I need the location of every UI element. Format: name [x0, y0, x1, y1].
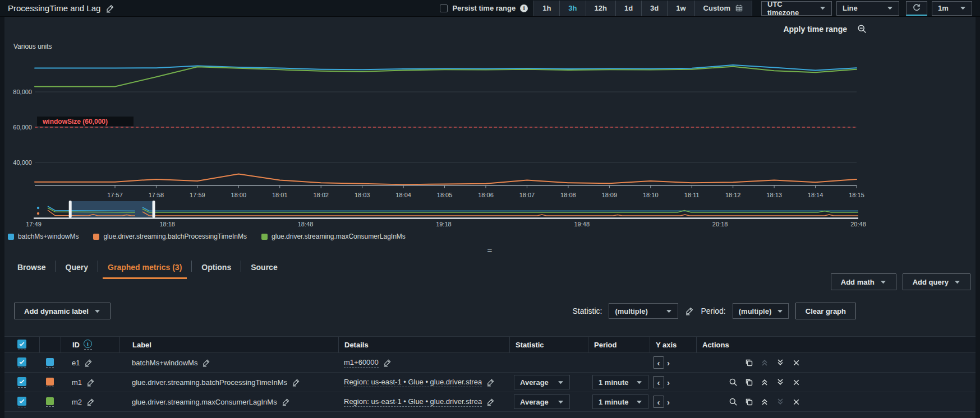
time-range-group: 1h3h12h1d3d1wCustom	[533, 1, 752, 16]
time-range-3h[interactable]: 3h	[560, 1, 586, 16]
search-action-icon[interactable]	[725, 397, 741, 406]
x-tick-label: 18:09	[602, 192, 618, 198]
legend-swatch	[8, 234, 14, 240]
chevron-down-icon	[887, 6, 893, 11]
add-dynamic-label-button[interactable]: Add dynamic label	[14, 303, 111, 319]
time-range-1w[interactable]: 1w	[668, 1, 694, 16]
info-icon[interactable]: i	[520, 4, 528, 12]
move-up-action-icon[interactable]	[757, 378, 772, 387]
duplicate-action-icon[interactable]	[741, 397, 757, 406]
refresh-interval-select[interactable]: 1m	[932, 1, 972, 16]
edit-details-icon[interactable]	[486, 378, 495, 387]
yaxis-cell: ‹›	[650, 396, 696, 408]
metric-color-swatch[interactable]	[46, 397, 54, 405]
yaxis-left-button[interactable]: ‹	[653, 396, 664, 408]
search-action-icon[interactable]	[725, 378, 741, 387]
tab-options[interactable]: Options	[192, 263, 241, 279]
legend-swatch	[261, 234, 268, 240]
apply-time-range[interactable]: Apply time range	[783, 24, 867, 34]
yaxis-left-button[interactable]: ‹	[653, 376, 664, 388]
yaxis-right-button[interactable]: ›	[667, 359, 670, 367]
row-checkbox[interactable]	[17, 357, 26, 366]
edit-title-icon[interactable]	[105, 4, 114, 13]
chart-type-select[interactable]: Line	[836, 1, 899, 16]
metric-details: m1+60000	[344, 358, 379, 368]
legend-item[interactable]: glue.driver.streaming.maxConsumerLagInMs	[261, 233, 406, 240]
row-checkbox[interactable]	[17, 397, 26, 406]
yaxis-right-button[interactable]: ›	[667, 398, 670, 406]
chevron-down-icon	[636, 380, 642, 385]
period-label: Period:	[701, 306, 725, 315]
duplicate-action-icon[interactable]	[741, 358, 757, 367]
legend-item[interactable]: glue.driver.streaming.batchProcessingTim…	[93, 233, 247, 240]
timezone-select[interactable]: UTC timezone	[761, 1, 832, 16]
timeline-tick-label: 18:18	[159, 221, 175, 227]
add-query-button[interactable]: Add query	[903, 273, 970, 290]
add-math-button[interactable]: Add math	[831, 273, 896, 290]
clear-graph-button[interactable]: Clear graph	[795, 303, 856, 319]
chevron-down-icon	[880, 280, 886, 285]
move-down-action-icon[interactable]	[772, 358, 788, 367]
statistic-select[interactable]: (multiple)	[609, 303, 678, 319]
legend-item[interactable]: batchMs+windowMs	[8, 233, 79, 240]
metric-color-swatch[interactable]	[46, 378, 54, 386]
move-up-action-icon[interactable]	[757, 397, 772, 406]
tab-browse[interactable]: Browse	[8, 263, 56, 279]
edit-label-icon[interactable]	[292, 378, 300, 387]
legend-label: glue.driver.streaming.maxConsumerLagInMs	[272, 233, 406, 240]
edit-label-icon[interactable]	[202, 359, 210, 367]
id-cell: m1	[61, 378, 119, 387]
edit-details-icon[interactable]	[383, 359, 392, 367]
time-range-label: 3d	[650, 4, 659, 12]
select-all-checkbox[interactable]	[17, 340, 26, 349]
remove-action-icon[interactable]	[788, 378, 804, 387]
period-dropdown[interactable]: 1 minute	[592, 394, 648, 409]
tab-graphed-metrics[interactable]: Graphed metrics (3)	[98, 263, 191, 279]
row-checkbox[interactable]	[17, 377, 26, 386]
main-chart[interactable]: 40,00060,00080,000windowSize (60,000)	[4, 17, 976, 192]
statistic-dropdown[interactable]: Average	[514, 375, 570, 389]
actions-cell	[696, 358, 976, 367]
period-cell: 1 minute	[588, 375, 650, 389]
tab-source[interactable]: Source	[241, 263, 287, 279]
time-range-1d[interactable]: 1d	[616, 1, 642, 16]
legend-label: batchMs+windowMs	[18, 233, 79, 240]
yaxis-right-button[interactable]: ›	[667, 378, 670, 387]
id-info-icon[interactable]: i	[84, 340, 92, 348]
metric-id: m1	[72, 378, 82, 387]
statistic-dropdown[interactable]: Average	[514, 394, 570, 409]
x-tick-label: 18:05	[437, 192, 453, 198]
yaxis-left-button[interactable]: ‹	[653, 356, 664, 369]
time-range-12h[interactable]: 12h	[586, 1, 616, 16]
x-tick-label: 18:06	[478, 192, 494, 198]
period-select[interactable]: (multiple)	[733, 303, 789, 319]
chevron-down-icon	[558, 400, 564, 405]
edit-label-icon[interactable]	[282, 398, 290, 406]
persist-checkbox[interactable]	[440, 4, 448, 12]
time-range-3d[interactable]: 3d	[642, 1, 668, 16]
brush-handle-left[interactable]	[69, 201, 72, 218]
edit-id-icon[interactable]	[86, 398, 95, 406]
row-select-cell	[4, 377, 39, 388]
metric-label: glue.driver.streaming.maxConsumerLagInMs	[132, 398, 277, 406]
duplicate-action-icon[interactable]	[741, 378, 757, 387]
move-down-action-icon[interactable]	[772, 378, 788, 387]
tab-query[interactable]: Query	[56, 263, 98, 279]
zoom-out-icon[interactable]	[857, 24, 867, 34]
metric-color-swatch[interactable]	[46, 358, 54, 366]
edit-id-icon[interactable]	[86, 378, 95, 387]
refresh-button[interactable]	[906, 1, 927, 16]
x-tick-label: 18:00	[231, 192, 247, 198]
brush-handle-right[interactable]	[153, 201, 155, 218]
edit-statistic-icon[interactable]	[685, 306, 694, 315]
time-range-label: Custom	[703, 4, 730, 12]
edit-id-icon[interactable]	[84, 359, 93, 367]
time-range-1h[interactable]: 1h	[533, 1, 560, 16]
timeline-overview[interactable]	[4, 201, 976, 220]
timeline-tick-label: 19:18	[436, 221, 452, 227]
time-range-custom[interactable]: Custom	[695, 1, 752, 16]
edit-details-icon[interactable]	[486, 398, 495, 406]
period-dropdown[interactable]: 1 minute	[592, 375, 648, 389]
remove-action-icon[interactable]	[788, 359, 804, 367]
remove-action-icon[interactable]	[788, 398, 804, 406]
